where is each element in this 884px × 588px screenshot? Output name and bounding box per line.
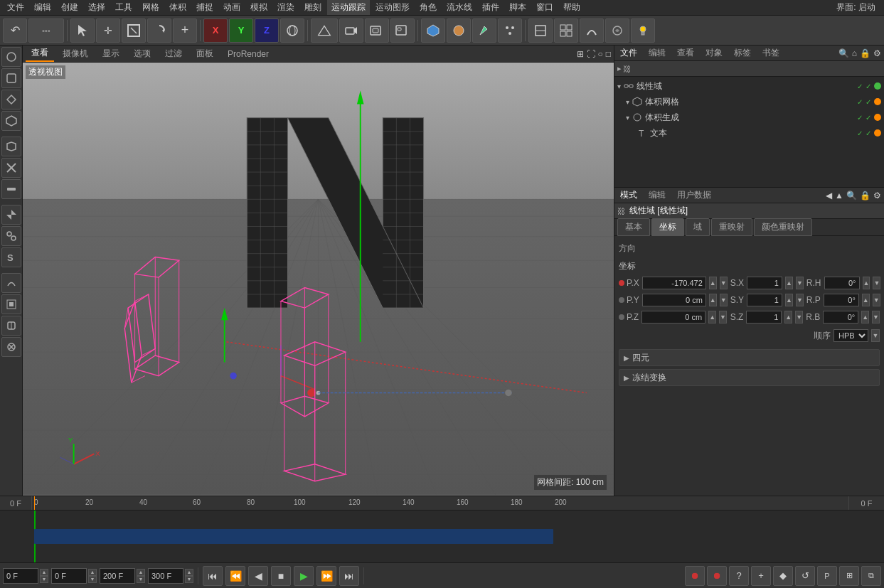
left-icon-4[interactable] — [1, 111, 21, 131]
viewport-3d[interactable]: X Y 透视视图 网格间距: 100 cm — [23, 63, 614, 496]
order-select[interactable]: HPB PHB PHB — [834, 329, 868, 342]
sz-down[interactable]: ▼ — [795, 311, 803, 324]
props-search-icon[interactable]: 🔍 — [846, 191, 857, 201]
tl-end-up[interactable]: ▲ — [137, 569, 145, 576]
tl-key-btn[interactable]: ◆ — [773, 566, 793, 586]
py-input[interactable] — [642, 294, 706, 306]
obj-vis-1[interactable]: ✓ — [857, 82, 863, 90]
menu-script[interactable]: 脚本 — [505, 0, 531, 15]
render-button[interactable] — [365, 18, 389, 43]
pz-input[interactable] — [641, 311, 705, 324]
perspective-button[interactable] — [311, 18, 338, 43]
menu-render[interactable]: 渲染 — [273, 0, 299, 15]
menu-simulate[interactable]: 模拟 — [246, 0, 272, 15]
om-settings-icon[interactable]: ⚙ — [873, 48, 881, 58]
rp-input[interactable] — [824, 294, 859, 306]
tl-preview-input[interactable] — [148, 568, 183, 584]
menu-snap[interactable]: 捕捉 — [192, 0, 218, 15]
obj-vis-7[interactable]: ✓ — [857, 129, 863, 137]
vp-icon-1[interactable]: ⊞ — [577, 49, 584, 59]
om-home-icon[interactable]: ⌂ — [852, 48, 857, 58]
menu-plugins[interactable]: 插件 — [478, 0, 504, 15]
left-icon-6[interactable] — [1, 158, 21, 178]
obj-vis-3[interactable]: ✓ — [857, 98, 863, 106]
menu-window[interactable]: 窗口 — [532, 0, 558, 15]
grid-button[interactable] — [554, 18, 578, 43]
menu-mograph[interactable]: 运动图形 — [371, 0, 414, 15]
sx-down[interactable]: ▼ — [796, 277, 804, 289]
move-tool-button[interactable]: ✛ — [96, 18, 120, 43]
menu-pipeline[interactable]: 流水线 — [442, 0, 476, 15]
order-arrow[interactable]: ▼ — [871, 329, 880, 342]
sx-up[interactable]: ▲ — [785, 277, 793, 289]
select-tool-button[interactable] — [70, 18, 95, 43]
obj-row-volumebuilder[interactable]: ▾ 体积生成 ✓ ✓ — [614, 109, 884, 125]
sz-input[interactable] — [746, 311, 782, 324]
quaternion-header[interactable]: ▶ 四元 — [619, 350, 879, 365]
ptab-basic[interactable]: 基本 — [617, 218, 650, 236]
pz-up[interactable]: ▲ — [708, 311, 716, 324]
scale-tool-button[interactable] — [122, 18, 146, 43]
py-down[interactable]: ▼ — [720, 294, 728, 306]
freezetransform-header[interactable]: ▶ 冻结变换 — [619, 370, 879, 385]
ptab-remap[interactable]: 重映射 — [711, 218, 752, 236]
tl-loop-btn[interactable]: ↺ — [795, 566, 815, 586]
tl-expand-btn[interactable]: ⧉ — [861, 566, 881, 586]
deform-button[interactable] — [580, 18, 604, 43]
left-icon-11[interactable] — [1, 273, 21, 293]
left-icon-10[interactable]: S — [1, 247, 21, 267]
paint-button[interactable] — [472, 18, 496, 43]
tl-step-back[interactable]: ⏪ — [225, 566, 245, 586]
sy-down[interactable]: ▼ — [796, 294, 804, 306]
left-icon-12[interactable] — [1, 294, 21, 314]
left-icon-1[interactable] — [1, 47, 21, 67]
tl-goto-start[interactable]: ⏮ — [203, 566, 223, 586]
rh-down[interactable]: ▼ — [873, 277, 880, 289]
vp-icon-3[interactable]: ○ — [598, 49, 603, 59]
tl-stop[interactable]: ■ — [271, 566, 291, 586]
rb-input[interactable] — [823, 311, 858, 324]
vp-tab-view[interactable]: 查看 — [26, 46, 54, 62]
timeline-ruler[interactable]: 0 F 0 20 40 60 80 100 120 140 160 180 20… — [0, 496, 884, 511]
obj-row-volumemesh[interactable]: ▾ 体积网格 ✓ ✓ — [614, 94, 884, 109]
vp-icon-4[interactable]: □ — [606, 49, 611, 59]
tl-end-input[interactable] — [100, 568, 135, 584]
tl-grid-btn[interactable]: ⊞ — [839, 566, 859, 586]
obj-row-linearfield[interactable]: ▾ 线性域 ✓ ✓ — [614, 78, 884, 94]
menu-select[interactable]: 选择 — [84, 0, 110, 15]
props-back-icon[interactable]: ◀ — [826, 191, 832, 201]
obj-vis-4[interactable]: ✓ — [866, 98, 871, 106]
pz-down[interactable]: ▼ — [719, 311, 727, 324]
transform-button[interactable]: + — [173, 18, 197, 43]
left-icon-7[interactable] — [1, 179, 21, 199]
om-tab-object[interactable]: 对象 — [703, 46, 725, 60]
rb-up[interactable]: ▲ — [861, 311, 869, 324]
props-userdata-tab[interactable]: 用户数据 — [674, 188, 714, 203]
menu-create[interactable]: 创建 — [57, 0, 82, 15]
obj-row-text[interactable]: T 文本 ✓ ✓ — [614, 125, 884, 141]
px-up[interactable]: ▲ — [709, 277, 717, 289]
field-button[interactable] — [528, 18, 553, 43]
props-settings-icon[interactable]: ⚙ — [873, 191, 881, 201]
sz-up[interactable]: ▲ — [784, 311, 792, 324]
tl-preview-up[interactable]: ▲ — [185, 569, 193, 576]
vp-tab-display[interactable]: 显示 — [97, 46, 125, 61]
om-lock-icon[interactable]: 🔒 — [860, 48, 870, 58]
y-axis-button[interactable]: Y — [229, 18, 253, 43]
ptab-colorremap[interactable]: 颜色重映射 — [754, 218, 812, 236]
menu-animate[interactable]: 动画 — [219, 0, 245, 15]
left-icon-13[interactable] — [1, 316, 21, 336]
shader-button[interactable] — [605, 18, 629, 43]
obj-vis-6[interactable]: ✓ — [866, 114, 871, 122]
menu-mesh[interactable]: 网格 — [138, 0, 164, 15]
om-tab-edit[interactable]: 编辑 — [646, 46, 669, 60]
cube-button[interactable] — [421, 18, 445, 43]
rp-down[interactable]: ▼ — [873, 294, 880, 306]
props-mode-tab[interactable]: 模式 — [617, 188, 640, 203]
tl-preview-down[interactable]: ▼ — [185, 576, 193, 583]
om-tab-view[interactable]: 查看 — [674, 46, 697, 60]
obj-vis-5[interactable]: ✓ — [857, 114, 863, 122]
om-tab-bookmark[interactable]: 书签 — [760, 46, 782, 60]
timeline-tracks[interactable] — [0, 511, 884, 562]
tl-autokey-btn[interactable]: ⏺ — [707, 566, 727, 586]
